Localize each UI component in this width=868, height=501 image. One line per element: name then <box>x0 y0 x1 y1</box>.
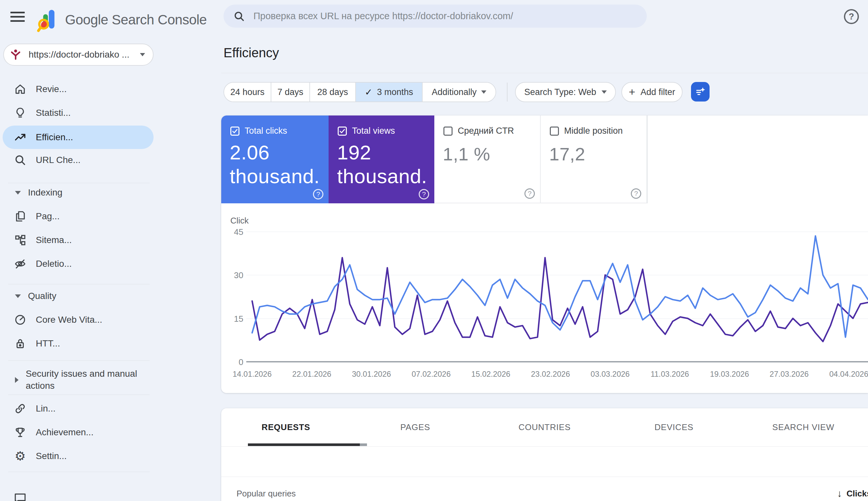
filter-divider <box>507 83 507 102</box>
range-label: 24 hours <box>231 87 265 97</box>
tab-search-view[interactable]: SEARCH VIEW <box>739 408 868 446</box>
sidebar-item-pages[interactable]: Pag... <box>0 205 156 228</box>
sidebar-item-deletions[interactable]: Deletio... <box>0 252 156 276</box>
property-selector[interactable]: https://doctor-dobriako ... <box>3 44 153 66</box>
search-icon <box>14 153 27 167</box>
url-inspection-search-input[interactable]: Проверка всех URL на ресурсе https://doc… <box>224 4 647 28</box>
expand-triangle-icon <box>15 377 19 383</box>
search-placeholder: Проверка всех URL на ресурсе https://doc… <box>254 11 513 21</box>
sidebar-divider <box>8 395 150 395</box>
eye-off-icon <box>14 257 27 270</box>
tab-countries[interactable]: COUNTRIES <box>480 408 609 446</box>
sidebar-item-efficiency[interactable]: Efficien... <box>3 126 153 149</box>
sidebar-item-links[interactable]: Lin... <box>0 397 156 420</box>
range-label: 3 months <box>377 87 413 97</box>
sidebar-item-label: Settin... <box>36 451 67 461</box>
sidebar-item-label: Deletio... <box>36 259 72 269</box>
active-tab-indicator-nub <box>360 444 367 446</box>
chevron-down-icon <box>602 90 607 94</box>
tab-requests[interactable]: REQUESTS <box>221 408 351 446</box>
chevron-down-icon <box>481 90 486 94</box>
dimensions-panel: REQUESTS PAGES COUNTRIES DEVICES SEARCH … <box>221 408 868 501</box>
sidebar-item-label: HTT... <box>36 338 60 349</box>
search-icon <box>233 10 245 22</box>
link-icon <box>14 402 27 415</box>
tab-pages[interactable]: PAGES <box>351 408 480 446</box>
search-type-label: Search Type: Web <box>524 87 596 97</box>
site-favicon <box>8 47 23 63</box>
lightbulb-icon <box>14 106 27 119</box>
range-label: 7 days <box>278 87 303 97</box>
table-header-popular-queries: Popular queries <box>236 489 296 499</box>
performance-panel: Total clicks 2.06 thousand. ? Total view… <box>221 116 868 393</box>
range-additionally-button[interactable]: Additionally <box>422 83 495 102</box>
collapse-triangle-icon <box>15 191 21 194</box>
sidebar-item-label: Core Web Vita... <box>36 315 102 325</box>
collapse-triangle-icon <box>15 295 21 298</box>
pages-icon <box>14 210 27 223</box>
trophy-icon <box>14 426 27 439</box>
sidebar-item-settings[interactable]: ⚙ Settin... <box>0 444 156 468</box>
google-search-console-app: { "topbar": { "logo_text": "Google Searc… <box>0 0 868 501</box>
add-filter-button[interactable]: + Add filter <box>621 82 683 102</box>
range-7-days-button[interactable]: 7 days <box>271 83 310 102</box>
search-type-dropdown[interactable]: Search Type: Web <box>515 82 616 102</box>
sidebar-item-label: Statisti... <box>36 108 71 118</box>
sidebar-divider <box>8 361 150 361</box>
lock-icon <box>14 337 27 350</box>
sidebar-section-quality[interactable]: Quality <box>0 284 156 308</box>
sidebar-item-label: Efficien... <box>36 132 73 142</box>
tab-devices[interactable]: DEVICES <box>609 408 739 446</box>
section-label: Quality <box>28 291 56 301</box>
filter-sparkle-icon <box>695 86 706 97</box>
sidebar-item-label: Security issues and manual actions <box>26 368 143 392</box>
table-header-divider <box>221 477 868 477</box>
sidebar-item-core-web-vitals[interactable]: Core Web Vita... <box>0 308 156 331</box>
date-range-segmented-control: 24 hours 7 days 28 days ✓ 3 months Addit… <box>224 82 496 102</box>
tabs-divider <box>221 446 868 447</box>
chevron-down-icon <box>140 53 145 56</box>
feedback-icon[interactable] <box>14 492 27 501</box>
plus-icon: + <box>629 86 635 97</box>
sort-descending-icon: ↓ <box>837 488 842 499</box>
help-icon[interactable]: ? <box>844 9 859 24</box>
performance-line-chart[interactable] <box>221 116 868 393</box>
range-24-hours-button[interactable]: 24 hours <box>224 83 271 102</box>
dimension-tabs: REQUESTS PAGES COUNTRIES DEVICES SEARCH … <box>221 408 868 446</box>
filter-bar: 24 hours 7 days 28 days ✓ 3 months Addit… <box>0 82 868 102</box>
check-icon: ✓ <box>365 87 372 98</box>
range-label: Additionally <box>432 87 476 97</box>
sort-column-label: Clicks <box>847 489 868 499</box>
sidebar: https://doctor-dobriako ... Revie... Sta… <box>0 0 156 501</box>
gear-icon: ⚙ <box>14 450 27 462</box>
sidebar-item-label: Lin... <box>36 403 56 414</box>
sitemap-icon <box>14 234 27 247</box>
sidebar-divider <box>8 472 150 472</box>
gauge-icon <box>14 313 27 326</box>
section-label: Indexing <box>28 188 63 198</box>
sidebar-item-label: Achievemen... <box>36 427 93 438</box>
trending-up-icon <box>14 131 27 144</box>
property-url: https://doctor-dobriako ... <box>29 50 140 60</box>
sidebar-item-achievements[interactable]: Achievemen... <box>0 420 156 444</box>
range-28-days-button[interactable]: 28 days <box>310 83 356 102</box>
sidebar-item-statistics[interactable]: Statisti... <box>0 101 156 125</box>
sidebar-item-label: URL Che... <box>36 155 81 165</box>
sidebar-item-url-check[interactable]: URL Che... <box>0 148 156 172</box>
smart-filter-button[interactable] <box>691 82 709 102</box>
range-3-months-button[interactable]: ✓ 3 months <box>356 83 422 102</box>
page-title: Efficiency <box>224 45 279 60</box>
table-header-clicks-sort[interactable]: ↓ Clicks <box>837 488 868 499</box>
sidebar-section-indexing[interactable]: Indexing <box>0 181 156 204</box>
range-label: 28 days <box>317 87 348 97</box>
sidebar-item-security-issues[interactable]: Security issues and manual actions <box>0 364 156 396</box>
sidebar-item-label: Pag... <box>36 211 60 222</box>
sidebar-item-label: Sitema... <box>36 235 72 245</box>
title-divider <box>221 73 868 73</box>
active-tab-indicator <box>248 444 360 446</box>
sidebar-item-sitemaps[interactable]: Sitema... <box>0 228 156 252</box>
sidebar-item-https[interactable]: HTT... <box>0 332 156 355</box>
add-filter-label: Add filter <box>641 87 675 97</box>
